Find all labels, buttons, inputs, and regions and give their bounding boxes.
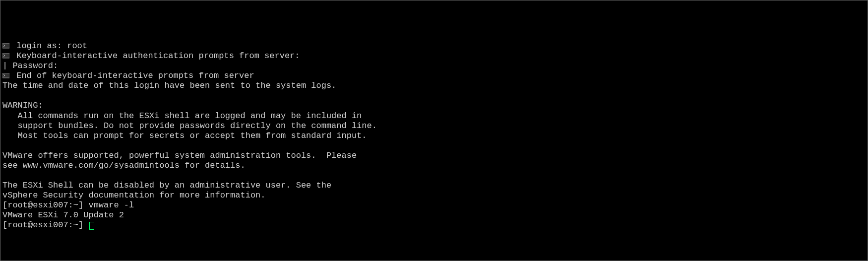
vmware-offer-line-1: VMware offers supported, powerful system… <box>2 151 866 161</box>
time-date-line: The time and date of this login have bee… <box>2 81 866 91</box>
command-1-output: VMware ESXi 7.0 Update 2 <box>2 210 866 220</box>
auth-prompt-text: Keyboard-interactive authentication prom… <box>16 51 300 61</box>
svg-rect-1 <box>2 53 9 58</box>
auth-prompt-line: Keyboard-interactive authentication prom… <box>2 51 866 61</box>
esxi-shell-line-1: The ESXi Shell can be disabled by an adm… <box>2 181 866 191</box>
session-icon <box>2 43 9 49</box>
shell-prompt: [root@esxi007:~] <box>2 220 83 230</box>
warning-header: WARNING: <box>2 101 866 111</box>
end-prompts-text: End of keyboard-interactive prompts from… <box>16 71 254 80</box>
warning-line-1: All commands run on the ESXi shell are l… <box>2 111 866 121</box>
cursor-block <box>89 222 94 230</box>
command-line-2[interactable]: [root@esxi007:~] <box>2 220 866 230</box>
svg-rect-2 <box>2 73 9 78</box>
shell-prompt: [root@esxi007:~] <box>2 200 83 210</box>
terminal-window[interactable]: login as: root Keyboard-interactive auth… <box>0 40 868 232</box>
blank-line <box>2 171 866 181</box>
password-line: | Password: <box>2 61 866 71</box>
session-icon <box>2 53 9 59</box>
blank-line <box>2 91 866 101</box>
warning-line-2: support bundles. Do not provide password… <box>2 121 866 131</box>
command-line-1: [root@esxi007:~] vmware -l <box>2 200 866 210</box>
command-1-text: vmware -l <box>88 200 134 210</box>
esxi-shell-line-2: vSphere Security documentation for more … <box>2 191 866 200</box>
warning-line-3: Most tools can prompt for secrets or acc… <box>2 131 866 141</box>
svg-rect-0 <box>2 43 9 48</box>
vmware-offer-line-2: see www.vmware.com/go/sysadmintools for … <box>2 161 866 171</box>
blank-line <box>2 141 866 151</box>
login-line: login as: root <box>2 41 866 51</box>
session-icon <box>2 73 9 79</box>
login-text: login as: root <box>16 41 87 51</box>
end-prompts-line: End of keyboard-interactive prompts from… <box>2 71 866 81</box>
password-text: | Password: <box>2 61 58 70</box>
